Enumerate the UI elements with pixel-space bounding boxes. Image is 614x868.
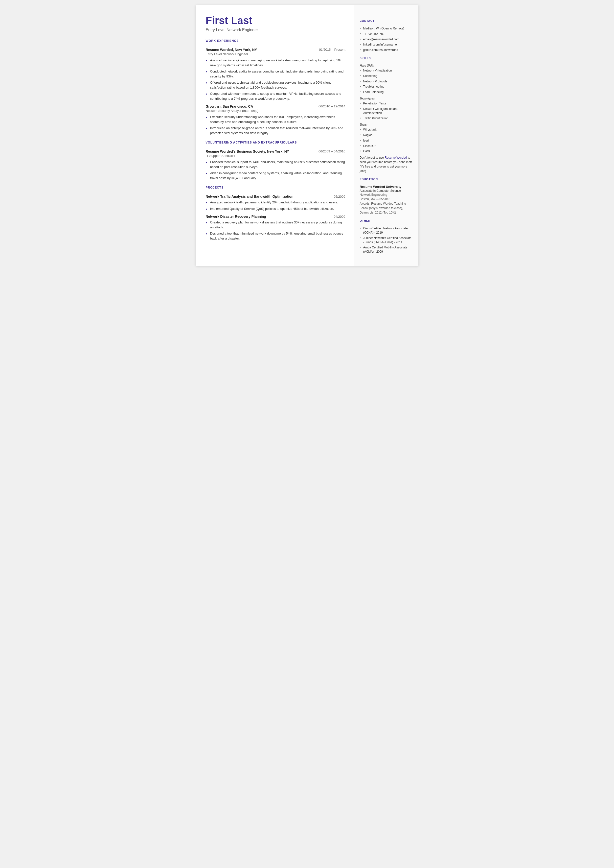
tool-2: Nagios xyxy=(360,133,413,137)
techniques-label: Techniques: xyxy=(360,97,413,100)
note-text-before: Don't forget to use xyxy=(360,156,385,159)
project-1-date: 05/2009 xyxy=(334,195,346,199)
resume-worded-note: Don't forget to use Resume Worded to sca… xyxy=(360,155,413,173)
job-1-header: Resume Worded, New York, NY 01/2015 – Pr… xyxy=(206,48,346,52)
job-1-bullet-1: Assisted senior engineers in managing ne… xyxy=(206,58,346,68)
tools-label: Tools: xyxy=(360,123,413,126)
other-item-1: Cisco Certified Network Associate (CCNA)… xyxy=(360,227,413,235)
left-column: First Last Entry Level Network Engineer … xyxy=(196,5,354,266)
projects-heading: PROJECTS xyxy=(206,186,346,189)
job-1-bullets: Assisted senior engineers in managing ne… xyxy=(206,58,346,101)
tool-4: Cisco IOS xyxy=(360,144,413,148)
work-divider xyxy=(206,44,346,44)
resume-worded-link[interactable]: Resume Worded xyxy=(385,156,407,159)
volunteer-job-1: Resume Worded's Business Society, New Yo… xyxy=(206,149,346,180)
job-2-bullets: Executed security understanding workshop… xyxy=(206,115,346,135)
contact-item-5: github.com/resumeworded xyxy=(360,48,413,52)
job-2-header: Growthsi, San Francisco, CA 06/2010 – 12… xyxy=(206,104,346,109)
job-2-role: Network Security Analyst (Internship) xyxy=(206,109,346,113)
contact-item-2: +1-234-456-789 xyxy=(360,32,413,36)
candidate-title: Entry Level Network Engineer xyxy=(206,28,346,32)
techniques-list: Penetration Tests Network Configuration … xyxy=(360,101,413,121)
volunteer-1-bullets: Provided technical support to 140+ end-u… xyxy=(206,160,346,180)
job-2-company: Growthsi, San Francisco, CA xyxy=(206,104,253,109)
volunteer-1-header: Resume Worded's Business Society, New Yo… xyxy=(206,149,346,154)
project-2-bullet-1: Created a recovery plan for network disa… xyxy=(206,220,346,230)
edu-location-date: Boston, MA — 05/2010 xyxy=(360,197,413,202)
edu-field: Network Engineering xyxy=(360,193,413,197)
skills-heading: SKILLS xyxy=(360,57,413,60)
project-2-bullet-2: Designed a tool that minimized network d… xyxy=(206,231,346,241)
technique-1: Penetration Tests xyxy=(360,101,413,106)
contact-heading: CONTACT xyxy=(360,19,413,22)
job-1-bullet-2: Conducted network audits to assess compl… xyxy=(206,69,346,79)
job-2: Growthsi, San Francisco, CA 06/2010 – 12… xyxy=(206,104,346,135)
job-2-bullet-1: Executed security understanding workshop… xyxy=(206,115,346,124)
tools-list: Wireshark Nagios Iperf Cisco IOS Cacti xyxy=(360,128,413,154)
candidate-name: First Last xyxy=(206,15,346,26)
hard-skills-list: Network Virtualization Subnetting Networ… xyxy=(360,68,413,94)
project-2-title: Network Disaster Recovery Planning xyxy=(206,214,266,219)
other-item-3: Aruba Certified Mobility Associate (ACMA… xyxy=(360,245,413,254)
hard-skill-5: Load Balancing xyxy=(360,90,413,94)
job-1-role: Entry Level Network Engineer xyxy=(206,52,346,56)
project-1-header: Network Traffic Analysis and Bandwidth O… xyxy=(206,194,346,199)
project-1-title: Network Traffic Analysis and Bandwidth O… xyxy=(206,194,293,199)
volunteer-1-company: Resume Worded's Business Society, New Yo… xyxy=(206,149,289,154)
education-block: Resume Worded University Associate in Co… xyxy=(360,185,413,215)
resume-container: First Last Entry Level Network Engineer … xyxy=(196,5,419,266)
job-1-company: Resume Worded, New York, NY xyxy=(206,48,257,52)
project-2-bullets: Created a recovery plan for network disa… xyxy=(206,220,346,241)
project-2-header: Network Disaster Recovery Planning 04/20… xyxy=(206,214,346,219)
edu-school: Resume Worded University xyxy=(360,185,413,189)
contact-item-1: Madison, WI (Open to Remote) xyxy=(360,26,413,31)
volunteer-1-date: 06/2009 – 04/2010 xyxy=(318,149,345,153)
technique-3: Traffic Prioritization xyxy=(360,116,413,121)
right-column: CONTACT Madison, WI (Open to Remote) +1-… xyxy=(354,5,419,266)
edu-degree: Associate in Computer Science xyxy=(360,189,413,193)
hard-skill-2: Subnetting xyxy=(360,74,413,78)
projects-divider xyxy=(206,191,346,191)
other-list: Cisco Certified Network Associate (CCNA)… xyxy=(360,227,413,254)
volunteer-1-role: IT Support Specialist xyxy=(206,154,346,158)
tool-1: Wireshark xyxy=(360,128,413,132)
hard-skills-label: Hard Skills: xyxy=(360,64,413,67)
project-1-bullets: Analyzed network traffic patterns to ide… xyxy=(206,200,346,211)
project-1-bullet-2: Implemented Quality of Service (QoS) pol… xyxy=(206,207,346,211)
other-item-2: Juniper Networks Certified Associate - J… xyxy=(360,236,413,244)
job-1-bullet-4: Cooperated with team members to set up a… xyxy=(206,91,346,101)
other-divider xyxy=(360,224,413,224)
volunteering-heading: VOLUNTEERING ACTIVITIES AND EXTRACURRICU… xyxy=(206,141,346,144)
job-1-date: 01/2015 – Present xyxy=(319,48,345,51)
work-experience-heading: WORK EXPERIENCE xyxy=(206,39,346,43)
job-1: Resume Worded, New York, NY 01/2015 – Pr… xyxy=(206,48,346,101)
project-1-bullet-1: Analyzed network traffic patterns to ide… xyxy=(206,200,346,205)
hard-skill-4: Troubleshooting xyxy=(360,85,413,89)
contact-list: Madison, WI (Open to Remote) +1-234-456-… xyxy=(360,26,413,52)
hard-skill-3: Network Protocols xyxy=(360,79,413,84)
job-2-bullet-2: Introduced an enterprise-grade antivirus… xyxy=(206,126,346,135)
edu-awards: Awards: Resume Worded Teaching Fellow (o… xyxy=(360,202,413,215)
tool-5: Cacti xyxy=(360,149,413,154)
project-2-date: 04/2009 xyxy=(334,215,346,219)
project-2: Network Disaster Recovery Planning 04/20… xyxy=(206,214,346,241)
education-heading: EDUCATION xyxy=(360,178,413,181)
volunteering-divider xyxy=(206,146,346,146)
project-1: Network Traffic Analysis and Bandwidth O… xyxy=(206,194,346,211)
other-heading: OTHER xyxy=(360,219,413,222)
volunteer-1-bullet-2: Aided in configuring video conferencing … xyxy=(206,171,346,180)
contact-item-4: linkedin.com/in/username xyxy=(360,43,413,47)
technique-2: Network Configuration and Administration xyxy=(360,107,413,115)
volunteer-1-bullet-1: Provided technical support to 140+ end-u… xyxy=(206,160,346,169)
hard-skill-1: Network Virtualization xyxy=(360,68,413,73)
job-2-date: 06/2010 – 12/2014 xyxy=(318,104,345,108)
job-1-bullet-3: Offered end-users technical aid and trou… xyxy=(206,80,346,90)
tool-3: Iperf xyxy=(360,138,413,143)
contact-item-3: email@resumeworded.com xyxy=(360,37,413,42)
